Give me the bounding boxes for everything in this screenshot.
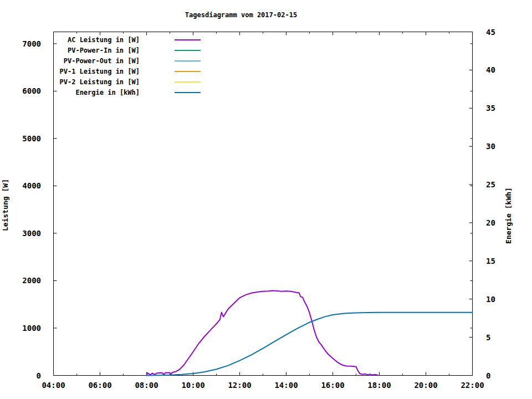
legend-label: AC Leistung in [W]	[68, 36, 140, 44]
x-tick-label: 04:00	[42, 381, 65, 390]
y1-tick-label: 3000	[22, 229, 41, 238]
y2-tick-label: 0	[486, 371, 490, 380]
x-tick-label: 08:00	[135, 381, 158, 390]
legend-label: PV-1 Leistung in [W]	[60, 68, 140, 75]
y-right-axis-label: Energie [kWh]	[504, 187, 513, 244]
x-tick-label: 12:00	[228, 381, 251, 390]
x-tick-label: 16:00	[321, 381, 344, 390]
y1-tick-label: 6000	[22, 86, 41, 95]
x-tick-label: 22:00	[461, 381, 484, 390]
tagesdiagramm-chart: Tagesdiagramm vom 2017-02-15 Leistung [W…	[0, 0, 532, 399]
y1-tick-label: 1000	[22, 324, 41, 332]
x-tick-label: 14:00	[274, 381, 298, 390]
x-tick-label: 10:00	[181, 381, 204, 390]
y1-tick-label: 2000	[22, 276, 41, 285]
legend-label: PV-Power-Out in [W]	[64, 57, 140, 65]
y1-tick-label: 4000	[22, 181, 41, 190]
y1-tick-label: 5000	[22, 134, 41, 143]
y2-tick-label: 30	[486, 142, 495, 151]
chart-title: Tagesdiagramm vom 2017-02-15	[185, 11, 297, 19]
y2-tick-label: 45	[486, 28, 495, 37]
legend-label: PV-2 Leistung in [W]	[60, 78, 140, 86]
legend-label: PV-Power-In in [W]	[68, 47, 140, 54]
y2-tick-label: 5	[486, 333, 490, 342]
y2-tick-label: 25	[486, 180, 495, 189]
y2-tick-label: 40	[486, 65, 495, 74]
legend-label: Energie in [kWh]	[75, 89, 140, 96]
y1-tick-label: 0	[37, 371, 41, 380]
y2-tick-label: 35	[486, 104, 495, 112]
series-line-ac-leistung-in-w	[147, 290, 378, 375]
plot-area: 04:0006:0008:0010:0012:0014:0016:0018:00…	[22, 28, 495, 390]
y-left-axis-label: Leistung [W]	[1, 179, 9, 231]
x-tick-label: 18:00	[367, 381, 391, 390]
series-line-energie-in-kwh	[147, 313, 473, 376]
x-tick-label: 06:00	[88, 381, 111, 390]
y1-tick-label: 7000	[22, 39, 41, 48]
chart-screen: Tagesdiagramm vom 2017-02-15 Leistung [W…	[0, 0, 532, 399]
y2-tick-label: 10	[486, 295, 495, 304]
x-tick-label: 20:00	[414, 381, 437, 390]
y2-tick-label: 20	[486, 218, 495, 227]
y2-tick-label: 15	[486, 257, 495, 265]
